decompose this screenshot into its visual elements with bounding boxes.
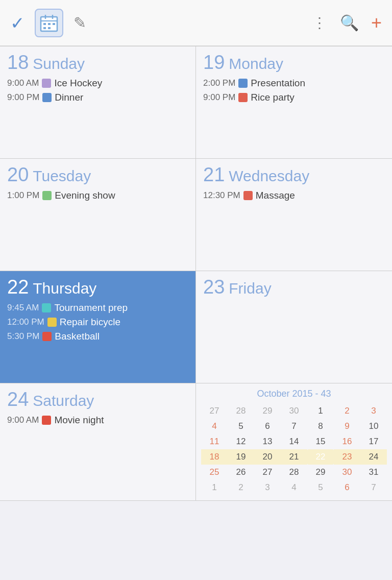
- list-item[interactable]: 5:30 PM Basketball: [7, 331, 188, 342]
- day-header-20: 20 Tuesday: [7, 165, 188, 185]
- mini-cal-day[interactable]: 26: [228, 465, 254, 480]
- day-cell-21-wednesday[interactable]: 21 Wednesday 12:30 PM Massage: [196, 159, 392, 271]
- mini-cal-day[interactable]: 31: [360, 465, 387, 480]
- event-list-18: 9:00 AM Ice Hockey 9:00 PM Dinner: [7, 78, 188, 103]
- mini-cal-day[interactable]: 3: [254, 480, 281, 495]
- day-number-22: 22: [7, 277, 29, 297]
- mini-cal-day[interactable]: 11: [201, 434, 228, 449]
- calendar-icon[interactable]: [35, 9, 63, 37]
- event-time: 9:00 PM: [7, 92, 39, 103]
- day-number-18: 18: [7, 53, 29, 72]
- mini-cal-day[interactable]: 28: [228, 403, 254, 419]
- day-header-24: 24 Saturday: [7, 390, 188, 409]
- mini-cal-day[interactable]: 28: [281, 465, 307, 480]
- day-cell-23-friday[interactable]: 23 Friday: [196, 271, 392, 383]
- event-list-19: 2:00 PM Presentation 9:00 PM Rice party: [203, 78, 385, 103]
- mini-cal-day[interactable]: 6: [334, 480, 360, 495]
- event-label: Massage: [256, 190, 295, 201]
- mini-cal-day[interactable]: 27: [254, 465, 281, 480]
- event-time: 9:00 AM: [7, 415, 39, 425]
- mini-cal-day[interactable]: 29: [254, 403, 281, 419]
- mini-cal-day[interactable]: 20: [254, 449, 281, 465]
- mini-cal-day[interactable]: 3: [360, 403, 387, 419]
- mini-cal-day[interactable]: 1: [201, 480, 228, 495]
- svg-rect-4: [43, 23, 46, 25]
- day-number-23: 23: [203, 277, 225, 297]
- list-item[interactable]: 12:00 PM Repair bicycle: [7, 317, 188, 328]
- mini-cal-day[interactable]: 29: [307, 465, 334, 480]
- list-item[interactable]: 9:00 PM Rice party: [203, 92, 385, 103]
- mini-cal-day[interactable]: 4: [201, 419, 228, 434]
- day-name-20: Tuesday: [33, 167, 91, 185]
- mini-cal-day[interactable]: 24: [360, 449, 387, 465]
- event-time: 9:00 PM: [203, 92, 235, 103]
- event-label: Dinner: [55, 92, 83, 103]
- mini-cal-week-4: 18 19 20 21 22 23 24: [201, 449, 387, 465]
- mini-cal-day[interactable]: 13: [254, 434, 281, 449]
- mini-cal-day[interactable]: 16: [334, 434, 360, 449]
- day-header-18: 18 Sunday: [7, 53, 188, 72]
- edit-icon[interactable]: ✎: [74, 14, 86, 32]
- mini-cal-day[interactable]: 14: [281, 434, 307, 449]
- list-item[interactable]: 9:00 AM Ice Hockey: [7, 78, 188, 89]
- event-label: Tournament prep: [54, 302, 128, 313]
- mini-cal-day[interactable]: 10: [360, 419, 387, 434]
- mini-cal-day[interactable]: 6: [254, 419, 281, 434]
- mini-cal-day[interactable]: 23: [334, 449, 360, 465]
- event-list-21: 12:30 PM Massage: [203, 190, 385, 201]
- mini-cal-day[interactable]: 4: [281, 480, 307, 495]
- list-item[interactable]: 9:00 AM Movie night: [7, 415, 188, 426]
- add-icon[interactable]: +: [371, 12, 382, 34]
- toolbar: ✓ ✎ ⋮ 🔍 +: [0, 0, 392, 46]
- mini-cal-day[interactable]: 5: [307, 480, 334, 495]
- mini-cal-day[interactable]: 30: [281, 403, 307, 419]
- day-cell-18-sunday[interactable]: 18 Sunday 9:00 AM Ice Hockey 9:00 PM Din…: [0, 46, 196, 159]
- calendar-grid: 18 Sunday 9:00 AM Ice Hockey 9:00 PM Din…: [0, 46, 392, 501]
- search-icon[interactable]: 🔍: [340, 14, 359, 32]
- event-color-dot: [47, 318, 57, 327]
- list-item[interactable]: 9:00 PM Dinner: [7, 92, 188, 103]
- mini-calendar: October 2015 - 43 27 28 29 30 1 2 3 4 5 …: [196, 383, 392, 501]
- day-header-23: 23 Friday: [203, 277, 385, 297]
- mini-cal-day[interactable]: 30: [334, 465, 360, 480]
- event-color-dot: [42, 303, 51, 312]
- mini-cal-day[interactable]: 1: [307, 403, 334, 419]
- list-item[interactable]: 12:30 PM Massage: [203, 190, 385, 201]
- mini-cal-day[interactable]: 17: [360, 434, 387, 449]
- mini-cal-day[interactable]: 2: [334, 403, 360, 419]
- list-item[interactable]: 9:45 AM Tournament prep: [7, 302, 188, 313]
- mini-cal-day[interactable]: 12: [228, 434, 254, 449]
- mini-cal-day[interactable]: 27: [201, 403, 228, 419]
- day-cell-22-thursday[interactable]: 22 Thursday 9:45 AM Tournament prep 12:0…: [0, 271, 196, 383]
- day-number-24: 24: [7, 390, 29, 409]
- day-cell-19-monday[interactable]: 19 Monday 2:00 PM Presentation 9:00 PM R…: [196, 46, 392, 159]
- list-item[interactable]: 2:00 PM Presentation: [203, 78, 385, 89]
- mini-cal-day[interactable]: 8: [307, 419, 334, 434]
- mini-cal-day[interactable]: 5: [228, 419, 254, 434]
- mini-cal-today[interactable]: 22: [307, 449, 334, 465]
- event-label: Basketball: [55, 331, 100, 342]
- day-name-23: Friday: [229, 280, 271, 297]
- event-label: Presentation: [251, 78, 305, 89]
- mini-cal-day[interactable]: 9: [334, 419, 360, 434]
- check-icon[interactable]: ✓: [10, 13, 24, 33]
- mini-cal-day[interactable]: 2: [228, 480, 254, 495]
- more-icon[interactable]: ⋮: [312, 14, 328, 31]
- mini-cal-week-6: 1 2 3 4 5 6 7: [201, 480, 387, 495]
- day-cell-24-saturday[interactable]: 24 Saturday 9:00 AM Movie night: [0, 383, 196, 501]
- mini-cal-day[interactable]: 25: [201, 465, 228, 480]
- event-color-dot: [42, 191, 52, 200]
- mini-cal-day[interactable]: 15: [307, 434, 334, 449]
- mini-cal-week-3: 11 12 13 14 15 16 17: [201, 434, 387, 449]
- mini-cal-day[interactable]: 21: [281, 449, 307, 465]
- mini-cal-day[interactable]: 19: [228, 449, 254, 465]
- list-item[interactable]: 1:00 PM Evening show: [7, 190, 188, 201]
- svg-rect-7: [43, 27, 46, 29]
- event-time: 2:00 PM: [203, 78, 235, 88]
- day-cell-20-tuesday[interactable]: 20 Tuesday 1:00 PM Evening show: [0, 159, 196, 271]
- mini-cal-day[interactable]: 7: [281, 419, 307, 434]
- svg-rect-6: [53, 23, 55, 25]
- mini-cal-week-5: 25 26 27 28 29 30 31: [201, 465, 387, 480]
- mini-cal-day[interactable]: 18: [201, 449, 228, 465]
- mini-cal-day[interactable]: 7: [360, 480, 387, 495]
